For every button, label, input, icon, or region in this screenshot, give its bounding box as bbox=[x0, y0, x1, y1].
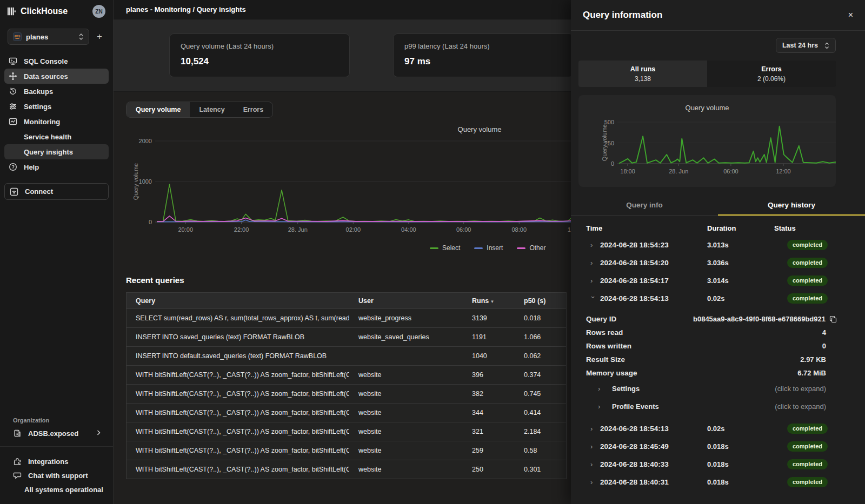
history-row[interactable]: ›2024-06-28 18:54:233.013scompleted bbox=[571, 236, 865, 254]
legend-label: Select bbox=[442, 244, 460, 252]
query-volume-chart-svg[interactable]: 01000200020:0022:0028. Jun02:0004:0006:0… bbox=[126, 124, 580, 238]
detail-label: Query ID bbox=[586, 315, 616, 323]
p50-cell: 1.066 bbox=[515, 333, 566, 341]
svg-text:2000: 2000 bbox=[139, 138, 152, 144]
table-row[interactable]: WITH bitShiftLeft(CAST(?..), _CAST(?..))… bbox=[127, 384, 566, 403]
sidebar-item-monitoring[interactable]: Monitoring bbox=[4, 114, 109, 129]
expand-hint: (click to expand) bbox=[775, 402, 826, 411]
detail-value: b0845aa9-a8c9-49f0-8f68-e678669bd921 bbox=[693, 315, 826, 323]
history-row[interactable]: ›2024-06-28 18:40:330.018scompleted bbox=[571, 455, 865, 473]
runs-cell: 250 bbox=[463, 466, 515, 473]
user-cell: website bbox=[349, 466, 463, 473]
table-row[interactable]: WITH bitShiftLeft(CAST(?..), _CAST(?..))… bbox=[127, 365, 566, 384]
table-row[interactable]: WITH bitShiftLeft(CAST(?..), _CAST(?..))… bbox=[127, 403, 566, 422]
history-row[interactable]: ›2024-06-28 18:45:490.018scompleted bbox=[571, 438, 865, 455]
status-cell: completed bbox=[774, 240, 828, 250]
run-time: 2024-06-28 18:40:33 bbox=[600, 460, 707, 468]
mini-chart-svg[interactable]: 025050018:0028. Jun06:0012:00Query volum… bbox=[578, 117, 836, 185]
legend-dash bbox=[517, 247, 525, 249]
connect-button[interactable]: Connect bbox=[4, 183, 109, 200]
service-selector-row: aws planes + bbox=[8, 29, 105, 45]
sidebar-item-backups[interactable]: Backups bbox=[4, 84, 109, 99]
legend-label: Insert bbox=[487, 244, 503, 252]
runs-cell: 1040 bbox=[463, 352, 515, 360]
segment-errors[interactable]: Errors 2 (0.06%) bbox=[707, 61, 836, 87]
run-duration: 0.02s bbox=[707, 294, 774, 303]
status-cell: completed bbox=[774, 258, 828, 268]
connect-icon bbox=[10, 187, 18, 196]
puzzle-icon bbox=[13, 457, 22, 466]
tab-query-history[interactable]: Query history bbox=[718, 196, 865, 216]
legend-dash bbox=[474, 247, 483, 249]
expand-hint: (click to expand) bbox=[775, 385, 826, 393]
runs-cell: 3139 bbox=[463, 314, 515, 322]
table-row[interactable]: WITH bitShiftLeft(CAST(?..), _CAST(?..))… bbox=[127, 441, 566, 460]
panel-header: Query information × bbox=[571, 0, 865, 31]
status-badge: completed bbox=[787, 240, 828, 250]
sidebar-item-data-sources[interactable]: Data sources bbox=[4, 69, 109, 84]
time-range-select[interactable]: Last 24 hrs bbox=[776, 38, 836, 53]
add-service-button[interactable]: + bbox=[94, 31, 105, 42]
user-cell: website bbox=[349, 390, 463, 398]
status-badge: completed bbox=[787, 424, 828, 434]
p50-cell: 0.018 bbox=[515, 314, 566, 322]
sidebar-footer-all-systems-operational[interactable]: All systems operational bbox=[0, 482, 113, 496]
sidebar-item-service-health[interactable]: Service health bbox=[4, 129, 109, 144]
sidebar-item-settings[interactable]: Settings bbox=[4, 99, 109, 114]
chevron-right-icon: › bbox=[590, 425, 600, 433]
recent-queries-table: Query User Runs▾ p50 (s) SELECT sum(read… bbox=[126, 292, 567, 479]
sidebar-footer-integrations[interactable]: Integrations bbox=[0, 454, 113, 468]
table-row[interactable]: WITH bitShiftLeft(CAST(?..), _CAST(?..))… bbox=[127, 460, 566, 479]
status-cell: completed bbox=[774, 441, 828, 452]
copy-icon[interactable] bbox=[829, 315, 837, 323]
runs-cell: 382 bbox=[463, 390, 515, 398]
panel-tabs: Query info Query history bbox=[571, 196, 865, 216]
close-icon[interactable]: × bbox=[848, 11, 853, 19]
history-row[interactable]: ›2024-06-28 18:54:203.036scompleted bbox=[571, 254, 865, 272]
table-row[interactable]: INSERT INTO saved_queries (text) FORMAT … bbox=[127, 327, 566, 346]
svg-text:08:00: 08:00 bbox=[511, 226, 527, 233]
mini-chart-title: Query volume bbox=[578, 104, 836, 112]
status-badge: completed bbox=[787, 275, 828, 286]
organization-switcher[interactable]: ADSB.exposed bbox=[13, 429, 101, 438]
table-row[interactable]: INSERT INTO default.saved_queries (text)… bbox=[127, 346, 566, 365]
time-range-value: Last 24 hrs bbox=[782, 42, 818, 49]
organization-label: Organization bbox=[13, 417, 113, 424]
detail-label: Memory usage bbox=[586, 369, 637, 377]
chevron-right-icon: › bbox=[598, 402, 608, 411]
run-time: 2024-06-28 18:54:20 bbox=[600, 259, 707, 267]
history-row[interactable]: ›2024-06-28 18:54:130.02scompleted bbox=[571, 420, 865, 438]
sidebar-item-query-insights[interactable]: Query insights bbox=[4, 144, 109, 159]
avatar[interactable]: ZN bbox=[92, 5, 105, 18]
expandable-settings[interactable]: ›Settings(click to expand) bbox=[571, 380, 865, 398]
sidebar-item-help[interactable]: Help bbox=[4, 159, 109, 174]
segment-label: All runs bbox=[578, 65, 707, 73]
table-row[interactable]: SELECT sum(read_rows) AS r, sum(total_ro… bbox=[127, 308, 566, 327]
tab-query-info[interactable]: Query info bbox=[571, 196, 718, 216]
history-row[interactable]: ›2024-06-28 18:54:173.014scompleted bbox=[571, 272, 865, 290]
stat-label: Query volume (Last 24 hours) bbox=[181, 42, 338, 50]
col-user: User bbox=[349, 297, 463, 305]
sidebar-item-sql-console[interactable]: SQL Console bbox=[4, 53, 109, 69]
legend-item-insert[interactable]: Insert bbox=[474, 244, 503, 252]
tab-query-volume[interactable]: Query volume bbox=[127, 102, 190, 117]
history-row[interactable]: ›2024-06-28 18:40:310.018scompleted bbox=[571, 473, 865, 491]
legend-item-select[interactable]: Select bbox=[430, 244, 460, 252]
data-sources-icon bbox=[9, 72, 17, 80]
sidebar-footer-chat-with-support[interactable]: Chat with support bbox=[0, 468, 113, 482]
footer-item-label: Integrations bbox=[28, 458, 68, 466]
svg-text:02:00: 02:00 bbox=[346, 226, 361, 233]
col-duration: Duration bbox=[707, 224, 774, 232]
status-cell: completed bbox=[774, 293, 828, 304]
legend-item-other[interactable]: Other bbox=[517, 244, 545, 252]
expandable-profile-events[interactable]: ›Profile Events(click to expand) bbox=[571, 398, 865, 415]
segment-all-runs[interactable]: All runs 3,138 bbox=[578, 61, 707, 87]
tab-latency[interactable]: Latency bbox=[190, 102, 234, 117]
table-row[interactable]: WITH bitShiftLeft(CAST(?..), _CAST(?..))… bbox=[127, 422, 566, 441]
svg-text:Query volume: Query volume bbox=[601, 124, 608, 161]
history-row[interactable]: ›2024-06-28 18:54:130.02scompleted bbox=[571, 290, 865, 307]
col-runs[interactable]: Runs▾ bbox=[463, 297, 515, 305]
p50-cell: 0.414 bbox=[515, 409, 566, 416]
tab-errors[interactable]: Errors bbox=[234, 102, 273, 117]
service-selector[interactable]: aws planes bbox=[8, 29, 89, 45]
